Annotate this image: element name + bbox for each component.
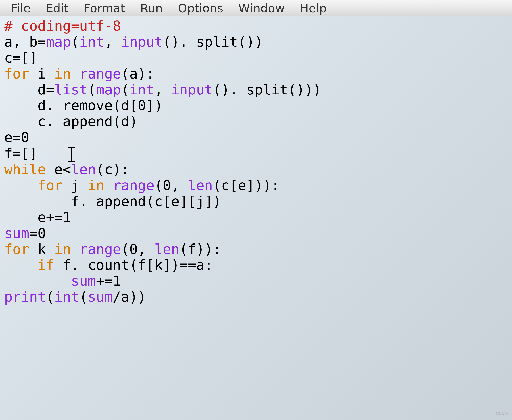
code-line: # coding=utf-8 [4, 18, 508, 34]
code-line: sum=0 [4, 225, 508, 241]
code-line: for k in range(0, len(f)): [4, 241, 508, 257]
code-line: d=list(map(int, input(). split())) [4, 82, 508, 98]
code-line: d. remove(d[0]) [4, 98, 508, 113]
code-line: c. append(d) [4, 113, 508, 129]
watermark: CSDN [496, 411, 508, 416]
menu-item-help[interactable]: Help [292, 0, 334, 16]
menu-item-options[interactable]: Options [170, 0, 231, 16]
menu-item-window[interactable]: Window [231, 0, 292, 16]
menu-item-file[interactable]: File [3, 0, 38, 16]
code-line: f. append(c[e][j]) [4, 194, 508, 210]
code-line: sum+=1 [4, 273, 508, 289]
code-line: e=0 [4, 129, 508, 145]
menu-item-format[interactable]: Format [76, 0, 132, 16]
code-line: c=[] [4, 50, 508, 66]
text-cursor-icon [71, 147, 72, 162]
code-line: a, b=map(int, input(). split()) [4, 34, 508, 50]
code-line: for j in range(0, len(c[e])): [4, 178, 508, 194]
code-line: for i in range(a): [4, 66, 508, 82]
code-line: while e<len(c): [4, 162, 508, 178]
menu-item-edit[interactable]: Edit [38, 0, 76, 16]
code-line: print(int(sum/a)) [4, 289, 508, 305]
code-line: e+=1 [4, 210, 508, 225]
code-line: if f. count(f[k])==a: [4, 257, 508, 273]
menu-bar: FileEditFormatRunOptionsWindowHelp [0, 0, 512, 16]
code-editor[interactable]: # coding=utf-8a, b=map(int, input(). spl… [0, 16, 512, 307]
code-line: f=[] [4, 145, 508, 162]
menu-item-run[interactable]: Run [133, 0, 170, 16]
